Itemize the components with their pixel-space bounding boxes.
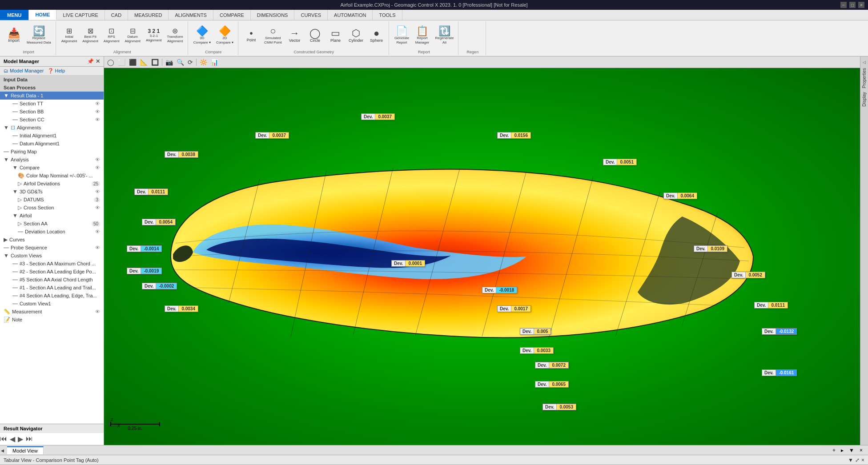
tree-item-cross-section[interactable]: ▷ Cross Section 👁	[0, 204, 104, 212]
2d-compare-button[interactable]: 🔶 2DCompare ▾	[214, 25, 235, 45]
tree-item-section-aa[interactable]: ▷ Section AA 50	[0, 220, 104, 228]
vt-btn-10[interactable]: 📊	[209, 58, 220, 67]
nav-prev-icon[interactable]: ◀	[10, 435, 15, 443]
tree-item-airfoil[interactable]: ▼ Airfoil	[0, 212, 104, 220]
vt-btn-8[interactable]: ⟳	[186, 58, 194, 67]
vt-btn-1[interactable]: ◯	[106, 58, 116, 67]
right-panel-toggle[interactable]: ◁ Properties Display	[860, 56, 868, 445]
tabular-expand[interactable]: ⤢	[855, 457, 860, 463]
tree-item-analysis[interactable]: ▼ Analysis 👁	[0, 156, 104, 164]
tabular-arrow-down[interactable]: ▼	[848, 457, 853, 463]
regenerate-all-button[interactable]: 🔃 RegenerateAll	[434, 25, 456, 45]
initial-alignment-button[interactable]: ⊞ InitialAlignment	[60, 27, 79, 44]
nav-last-icon[interactable]: ⏭	[26, 435, 33, 443]
transform-alignment-button[interactable]: ⊛ TransformAlignment	[165, 27, 185, 44]
tree-item-cv3[interactable]: — #3 - Section AA Maximum Chord ...	[0, 260, 104, 268]
321-alignment-button[interactable]: 3 2 1 3-2-1Alignment	[144, 28, 164, 43]
panel-close-button[interactable]: ✕	[96, 58, 100, 64]
model-view-tab[interactable]: Model View	[7, 446, 44, 454]
tree-item-3d-gdts[interactable]: ▼ 3D GD&Ts 👁	[0, 188, 104, 196]
tab-cad[interactable]: CAD	[105, 10, 128, 20]
datum-alignment-button[interactable]: ⊟ DatumAlignment	[123, 27, 142, 44]
point-button[interactable]: • Point	[242, 28, 261, 44]
vt-btn-5[interactable]: 🔲	[150, 58, 160, 67]
minimize-button[interactable]: −	[840, 2, 847, 8]
nav-next-icon[interactable]: ▶	[18, 435, 23, 443]
tree-item-cv4[interactable]: — #4 Section AA Leading, Edge, Tra...	[0, 292, 104, 300]
vt-btn-9[interactable]: 🔆	[198, 58, 209, 67]
pairing-map-label: Pairing Map	[11, 149, 37, 154]
tree-item-alignments[interactable]: ▼ ⊡ Alignments	[0, 124, 104, 132]
tree-item-compare[interactable]: ▼ Compare 👁	[0, 164, 104, 172]
help-link[interactable]: ❓ Help	[48, 68, 65, 74]
display-text: Display	[862, 92, 867, 107]
tab-add-btn[interactable]: +	[831, 447, 837, 453]
tree-item-datums[interactable]: ▷ DATUMS 3	[0, 196, 104, 204]
cv5-label: #5 Section AA Axial Chord Length	[20, 277, 93, 282]
tab-measured[interactable]: MEASURED	[128, 10, 169, 20]
tab-expand-btn[interactable]: ×	[858, 447, 864, 453]
tree-item-custom-view1[interactable]: — Custom View1	[0, 300, 104, 308]
cylinder-button[interactable]: ⬡ Cylinder	[347, 28, 366, 44]
model-manager-link[interactable]: 🗂 Model Manager	[4, 68, 44, 74]
maximize-button[interactable]: □	[849, 2, 856, 8]
tree-item-section-bb[interactable]: — Section BB 👁	[0, 108, 104, 116]
tree-item-section-cc[interactable]: — Section CC 👁	[0, 116, 104, 124]
vt-btn-6[interactable]: 📷	[164, 58, 174, 67]
3d-compare-button[interactable]: 🔷 3DCompare ▾	[192, 25, 213, 45]
tab-automation[interactable]: AUTOMATION	[328, 10, 373, 20]
vt-btn-4[interactable]: 📐	[139, 58, 149, 67]
tree-item-curves[interactable]: ▶ Curves	[0, 236, 104, 244]
tree-item-cv1[interactable]: — #1 - Section AA Leading and Trail...	[0, 284, 104, 292]
nav-first-icon[interactable]: ⏮	[0, 435, 7, 443]
tree-item-measurement[interactable]: 📏 Measurement 👁	[0, 308, 104, 316]
dev-value-d25: 0.0053	[557, 404, 576, 410]
tree-item-probe-sequence[interactable]: — Probe Sequence 👁	[0, 244, 104, 252]
tree-item-cv2[interactable]: — #2 - Section AA Leading Edge Po...	[0, 268, 104, 276]
tab-home[interactable]: HOME	[29, 10, 56, 20]
panel-pin-button[interactable]: 📌	[87, 58, 94, 64]
circle-button[interactable]: ◯ Circle	[306, 28, 325, 44]
tab-compare[interactable]: COMPARE	[213, 10, 251, 20]
plane-button[interactable]: ▭ Plane	[326, 28, 345, 44]
panel-header-actions[interactable]: 📌 ✕	[87, 58, 100, 64]
tab-nav-left[interactable]: ◂	[0, 447, 7, 454]
tab-alignments[interactable]: ALIGNMENTS	[169, 10, 213, 20]
tab-tools[interactable]: TOOLS	[373, 10, 402, 20]
window-controls[interactable]: − □ ×	[840, 2, 864, 8]
tree-item-datum-align1[interactable]: — Datum Alignment1	[0, 140, 104, 148]
tree-item-deviation-location[interactable]: — Deviation Location 👁	[0, 228, 104, 236]
tree-item-pairing-map[interactable]: — Pairing Map	[0, 148, 104, 156]
tree-scroll-area[interactable]: Input Data Scan Process ▼ Result Data - …	[0, 76, 104, 424]
import-button[interactable]: 📥 Import	[4, 28, 23, 44]
vt-btn-3[interactable]: ⬛	[128, 58, 138, 67]
generate-report-button[interactable]: 📄 GenerateReport	[393, 25, 411, 45]
transform-label: TransformAlignment	[167, 35, 183, 43]
rps-alignment-button[interactable]: ⊡ RPSAlignment	[102, 27, 121, 44]
tabular-close[interactable]: ×	[861, 457, 864, 463]
tree-item-custom-views[interactable]: ▼ Custom Views	[0, 252, 104, 260]
tree-item-section-tt[interactable]: — Section TT 👁	[0, 100, 104, 108]
report-manager-button[interactable]: 📋 ReportManager	[413, 25, 432, 45]
tab-curves[interactable]: CURVES	[294, 10, 328, 20]
tree-item-cv5[interactable]: — #5 Section AA Axial Chord Length	[0, 276, 104, 284]
bestfit-alignment-button[interactable]: ⊠ Best FitAlignment	[80, 27, 100, 44]
tree-item-color-map[interactable]: 🎨 Color Map Nominal +/-.005'- ...	[0, 172, 104, 180]
tree-item-airfoil-dev[interactable]: ▷ Airfoil Deviations 25	[0, 180, 104, 188]
tree-item-note[interactable]: 📝 Note	[0, 316, 104, 324]
vt-btn-7[interactable]: 🔍	[175, 58, 185, 67]
tab-live-capture[interactable]: LIVE CAPTURE	[56, 10, 104, 20]
tab-collapse-btn[interactable]: ▼	[847, 447, 856, 453]
tree-item-result-data[interactable]: ▼ Result Data - 1	[0, 92, 104, 100]
replace-measured-button[interactable]: 🔄 ReplaceMeasured Data	[25, 25, 53, 45]
tree-item-initial-align1[interactable]: — Initial Alignment1	[0, 132, 104, 140]
tab-nav-right[interactable]: ▸	[839, 447, 845, 453]
tab-dimensions[interactable]: DIMENSIONS	[251, 10, 295, 20]
close-button[interactable]: ×	[858, 2, 864, 8]
simulated-cmm-button[interactable]: ○ SimulatedCMM Point	[262, 25, 284, 45]
vt-btn-2[interactable]: ⬜	[117, 58, 127, 67]
vector-button[interactable]: → Vector	[285, 28, 304, 44]
tab-menu[interactable]: MENU	[0, 10, 29, 20]
dev-label-d8: Dev. 0.0054	[142, 219, 176, 225]
sphere-button[interactable]: ● Sphere	[367, 28, 386, 44]
